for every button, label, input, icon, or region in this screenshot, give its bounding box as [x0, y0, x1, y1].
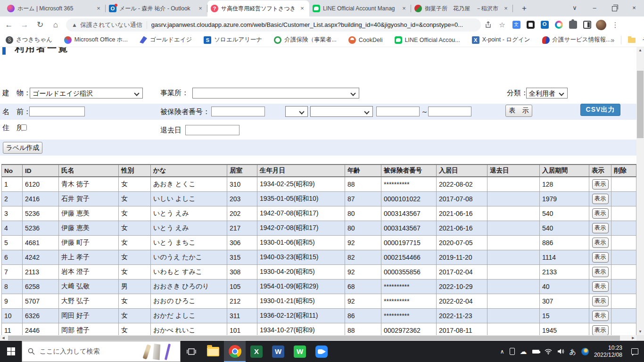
date-from-input[interactable] — [376, 107, 420, 116]
vertical-scrollbar[interactable]: ▲ ▼ — [636, 47, 644, 335]
share-icon[interactable] — [481, 18, 495, 32]
reload-button[interactable]: ↻ — [33, 18, 47, 32]
new-tab-button[interactable]: + — [518, 2, 531, 16]
tab-search-icon[interactable]: ∨ — [565, 0, 585, 16]
moveout-date-input[interactable] — [185, 125, 239, 135]
forward-button[interactable]: → — [18, 18, 31, 32]
taskbar-app-chrome[interactable] — [224, 341, 246, 362]
date-to-input[interactable] — [428, 107, 471, 116]
bookmark-label: LINE Official Accou... — [405, 37, 460, 43]
bookmarks-overflow-icon[interactable]: » — [611, 36, 614, 44]
tab-close-icon[interactable]: × — [95, 5, 102, 12]
taskbar-app-file-explorer[interactable] — [202, 341, 224, 362]
tab-close-icon[interactable]: × — [502, 5, 510, 12]
horizontal-scrollbar[interactable]: ◀ ▶ — [0, 335, 636, 341]
taskbar-app-zoom[interactable] — [311, 341, 332, 362]
cell-kana: おかべ れいこ — [151, 323, 227, 335]
bookmark-item[interactable]: CookDeli — [348, 36, 383, 44]
browser-tab[interactable]: LINE Official Account Manag× — [309, 0, 411, 16]
csv-export-button[interactable]: CSV出力 — [580, 104, 620, 116]
tab-close-icon[interactable]: × — [197, 5, 204, 12]
scroll-up-icon[interactable]: ▲ — [636, 47, 644, 54]
bookmark-item[interactable]: 介護サービス情報報... — [542, 36, 611, 44]
taskbar-app-excel[interactable]: X — [246, 341, 267, 362]
onedrive-icon[interactable]: ☁ — [520, 348, 527, 355]
insured-number-input[interactable] — [211, 107, 265, 116]
scroll-down-icon[interactable]: ▼ — [636, 329, 644, 335]
ime-indicator[interactable]: あ — [570, 348, 576, 355]
date-field-select[interactable] — [310, 106, 373, 117]
bookmark-item[interactable]: Microsoft Office ホ... — [64, 36, 128, 44]
volume-icon[interactable] — [557, 348, 564, 354]
extensions-puzzle-icon[interactable] — [566, 18, 580, 32]
row-show-button[interactable]: 表示 — [592, 223, 609, 233]
horizontal-scrollbar-thumb[interactable] — [8, 336, 620, 340]
start-button[interactable] — [0, 341, 22, 362]
hananoya-icon — [414, 5, 422, 12]
bookmark-item[interactable]: X-point - ログイン — [472, 36, 530, 44]
show-button[interactable]: 表 示 — [505, 105, 532, 117]
row-show-button[interactable]: 表示 — [592, 267, 609, 277]
cell-no: 8 — [2, 279, 23, 294]
row-show-button[interactable]: 表示 — [592, 281, 609, 292]
action-center-icon[interactable] — [631, 348, 638, 354]
bookmark-item[interactable]: 介護保険（事業者... — [274, 36, 336, 44]
row-show-button[interactable]: 表示 — [592, 208, 609, 219]
bookmark-item[interactable]: ゴールドエイジ — [140, 36, 192, 44]
browser-menu-icon[interactable]: ⋮ — [608, 18, 622, 32]
browser-tab[interactable]: ホーム | Microsoft 365× — [4, 0, 106, 16]
vertical-scrollbar-thumb[interactable] — [637, 71, 644, 138]
tab-close-icon[interactable]: × — [400, 5, 408, 12]
browser-tab[interactable]: 御菓子所 花乃屋 －稲沢市× — [411, 0, 513, 16]
bookmark-star-icon[interactable]: ☆ — [495, 18, 509, 32]
label-create-button[interactable]: ラベル作成 — [3, 142, 42, 154]
row-show-button[interactable]: 表示 — [592, 325, 609, 336]
address-bar[interactable]: ▲ 保護されていない通信 gasrv.japanwest.cloudapp.az… — [66, 18, 481, 32]
browser-tab[interactable]: サ高住専用経営ソフトさつきちゃ× — [207, 0, 309, 16]
bookmark-item[interactable]: LINE Official Accou... — [395, 36, 460, 44]
restore-button[interactable] — [604, 0, 624, 16]
home-button[interactable]: ⌂ — [49, 18, 62, 32]
row-show-button[interactable]: 表示 — [592, 311, 609, 321]
close-window-button[interactable]: × — [624, 0, 644, 16]
taskbar-clock[interactable]: 10:23 2022/12/08 — [594, 345, 622, 359]
column-header: 性別 — [119, 165, 151, 177]
address-checkbox[interactable] — [21, 124, 27, 131]
task-view-button[interactable] — [181, 341, 202, 362]
scroll-left-icon[interactable]: ◀ — [0, 335, 7, 341]
row-show-button[interactable]: 表示 — [592, 179, 609, 189]
building-select[interactable]: ゴールドエイジ稲沢 — [30, 88, 143, 99]
your-phone-icon[interactable] — [510, 348, 515, 355]
other-bookmarks[interactable]: その他のブックマーク — [642, 36, 644, 44]
name-input[interactable] — [29, 107, 85, 116]
bookmark-item[interactable]: さつきちゃん — [6, 36, 52, 44]
translate-extension-icon[interactable] — [509, 18, 523, 32]
row-show-button[interactable]: 表示 — [592, 296, 609, 306]
category-select[interactable]: 全利用者 — [526, 88, 568, 99]
battery-icon[interactable] — [532, 350, 539, 354]
qr-extension-icon[interactable] — [523, 18, 537, 32]
bookmark-item[interactable]: ソロエルアリーナ — [204, 36, 262, 44]
taskbar-app-word[interactable]: W — [267, 341, 289, 362]
tab-close-icon[interactable]: × — [298, 5, 306, 12]
tray-expand-icon[interactable]: ∧ — [500, 349, 504, 354]
row-show-button[interactable]: 表示 — [592, 194, 609, 204]
browser-tab[interactable]: メール - 森井 祐介 - Outlook× — [106, 0, 207, 16]
cell-birth: 1934-02-25(昭和9) — [257, 177, 345, 191]
row-show-button[interactable]: 表示 — [592, 252, 609, 263]
weather-news-icon[interactable] — [581, 348, 589, 355]
outlook-extension-icon[interactable] — [537, 18, 552, 32]
row-show-button[interactable]: 表示 — [592, 238, 609, 248]
date-type-select[interactable] — [285, 106, 308, 117]
profile-avatar[interactable] — [594, 18, 608, 32]
scroll-right-icon[interactable]: ▶ — [630, 335, 636, 341]
taskbar-app-line-works[interactable]: W — [289, 341, 311, 362]
back-button[interactable]: ← — [2, 18, 16, 32]
office-select[interactable] — [192, 88, 359, 99]
camera-extension-icon[interactable] — [552, 18, 566, 32]
taskbar-search-box[interactable]: ここに入力して検索 — [22, 341, 181, 362]
minimize-button[interactable]: – — [585, 0, 604, 16]
side-panel-icon[interactable] — [580, 18, 594, 32]
table-row: 112446岡部 禮子女おかべ れいこ1011934-10-27(昭和9)880… — [2, 323, 636, 335]
wifi-icon[interactable] — [545, 349, 552, 354]
